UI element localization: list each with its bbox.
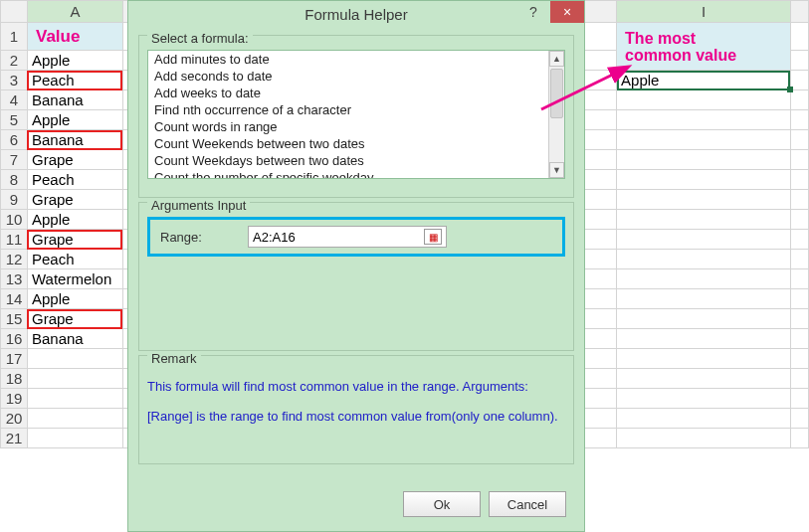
- trail-cell: [790, 429, 808, 448]
- formula-option[interactable]: Find nth occurrence of a character: [148, 101, 564, 118]
- range-picker-icon[interactable]: ▦: [424, 229, 442, 245]
- formula-option[interactable]: Add minutes to date: [148, 51, 564, 68]
- cell-i10[interactable]: [617, 210, 791, 230]
- row-header[interactable]: 4: [1, 90, 28, 110]
- row-header[interactable]: 16: [1, 329, 28, 349]
- cell-a14[interactable]: Apple: [27, 289, 122, 309]
- col-i-header[interactable]: I: [617, 1, 791, 23]
- cell-i1[interactable]: The mostcommon value: [617, 23, 791, 71]
- cell-i5[interactable]: [617, 110, 791, 130]
- cell-a12[interactable]: Peach: [27, 250, 122, 269]
- cell-i8[interactable]: [617, 170, 791, 190]
- row-header[interactable]: 1: [1, 23, 28, 51]
- row-header[interactable]: 13: [1, 269, 28, 289]
- range-value: A2:A16: [253, 230, 296, 245]
- formula-option[interactable]: Count words in range: [148, 118, 564, 135]
- row-header[interactable]: 2: [1, 51, 28, 71]
- cell-a8[interactable]: Peach: [27, 170, 122, 190]
- list-scrollbar[interactable]: ▲ ▼: [548, 51, 564, 178]
- col-a-header[interactable]: A: [27, 1, 122, 23]
- dialog-title: Formula Helper: [304, 6, 407, 23]
- cell-i15[interactable]: [617, 309, 791, 329]
- row-header[interactable]: 5: [1, 110, 28, 130]
- cell-a18[interactable]: [27, 369, 122, 389]
- select-formula-group: Select a formula: Add minutes to dateAdd…: [138, 35, 574, 198]
- cancel-button[interactable]: Cancel: [489, 491, 566, 517]
- cell-a6[interactable]: Banana: [27, 130, 122, 150]
- cell-i6[interactable]: [617, 130, 791, 150]
- cell-a21[interactable]: [27, 429, 122, 448]
- row-header[interactable]: 18: [1, 369, 28, 389]
- cell-a2[interactable]: Apple: [27, 51, 122, 71]
- ok-button[interactable]: Ok: [403, 491, 481, 517]
- cell-a10[interactable]: Apple: [27, 210, 122, 230]
- cell-a17[interactable]: [27, 349, 122, 369]
- help-button[interactable]: ?: [516, 1, 550, 23]
- cell-a5[interactable]: Apple: [27, 110, 122, 130]
- cell-i20[interactable]: [617, 409, 791, 429]
- cell-i9[interactable]: [617, 190, 791, 210]
- range-input[interactable]: A2:A16 ▦: [248, 226, 447, 248]
- scroll-down-icon[interactable]: ▼: [549, 162, 564, 178]
- cell-a20[interactable]: [27, 409, 122, 429]
- cell-a7[interactable]: Grape: [27, 150, 122, 170]
- row-header[interactable]: 21: [1, 429, 28, 448]
- row-header[interactable]: 8: [1, 170, 28, 190]
- row-header[interactable]: 15: [1, 309, 28, 329]
- cell-i21[interactable]: [617, 429, 791, 448]
- row-header[interactable]: 9: [1, 190, 28, 210]
- range-label: Range:: [160, 230, 240, 245]
- close-button[interactable]: ×: [550, 1, 584, 23]
- cell-i18[interactable]: [617, 369, 791, 389]
- cell-i19[interactable]: [617, 389, 791, 409]
- cell-a11[interactable]: Grape: [27, 230, 122, 250]
- corner-cell[interactable]: [1, 1, 28, 23]
- row-header[interactable]: 14: [1, 289, 28, 309]
- cell-i7[interactable]: [617, 150, 791, 170]
- cell-i17[interactable]: [617, 349, 791, 369]
- cell-a9[interactable]: Grape: [27, 190, 122, 210]
- remark-line1: This formula will find most common value…: [147, 376, 565, 398]
- cell-a15[interactable]: Grape: [27, 309, 122, 329]
- row-header[interactable]: 17: [1, 349, 28, 369]
- cell-a1[interactable]: Value: [27, 23, 122, 51]
- cell-i4[interactable]: [617, 90, 791, 110]
- row-header[interactable]: 6: [1, 130, 28, 150]
- cell-i3-result[interactable]: Apple: [617, 71, 791, 90]
- row-header[interactable]: 19: [1, 389, 28, 409]
- formula-list[interactable]: Add minutes to dateAdd seconds to dateAd…: [147, 50, 565, 179]
- trail-cell: [790, 289, 808, 309]
- formula-helper-dialog: Formula Helper ? × Select a formula: Add…: [127, 0, 585, 532]
- formula-option[interactable]: Count Weekdays between two dates: [148, 152, 564, 169]
- scroll-up-icon[interactable]: ▲: [549, 51, 564, 67]
- formula-option[interactable]: Count the number of specific weekday: [148, 169, 564, 179]
- cell-i14[interactable]: [617, 289, 791, 309]
- arguments-group: Arguments Input Range: A2:A16 ▦: [138, 202, 574, 351]
- remark-label: Remark: [147, 351, 201, 366]
- row-header[interactable]: 12: [1, 250, 28, 269]
- cell-a13[interactable]: Watermelon: [27, 269, 122, 289]
- trail-cell: [790, 51, 808, 71]
- formula-option[interactable]: Add seconds to date: [148, 68, 564, 85]
- row-header[interactable]: 20: [1, 409, 28, 429]
- cell-i11[interactable]: [617, 230, 791, 250]
- row-header[interactable]: 7: [1, 150, 28, 170]
- row-header[interactable]: 11: [1, 230, 28, 250]
- cell-a19[interactable]: [27, 389, 122, 409]
- cell-a3[interactable]: Peach: [27, 71, 122, 90]
- dialog-title-bar[interactable]: Formula Helper ? ×: [128, 1, 584, 31]
- cell-i12[interactable]: [617, 250, 791, 269]
- cell-i16[interactable]: [617, 329, 791, 349]
- remark-line2: [Range] is the range to find most common…: [147, 406, 565, 428]
- scroll-thumb[interactable]: [550, 69, 563, 118]
- trail-cell: [790, 409, 808, 429]
- row-header[interactable]: 10: [1, 210, 28, 230]
- cell-a16[interactable]: Banana: [27, 329, 122, 349]
- cell-a4[interactable]: Banana: [27, 90, 122, 110]
- arguments-label: Arguments Input: [147, 198, 250, 213]
- row-header[interactable]: 3: [1, 71, 28, 90]
- formula-option[interactable]: Count Weekends between two dates: [148, 135, 564, 152]
- cell-i13[interactable]: [617, 269, 791, 289]
- trail-cell: [790, 349, 808, 369]
- formula-option[interactable]: Add weeks to date: [148, 85, 564, 101]
